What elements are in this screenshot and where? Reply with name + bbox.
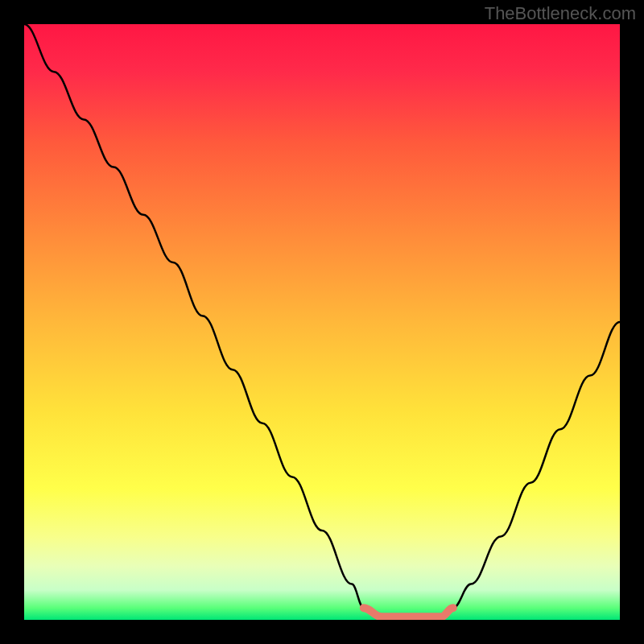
chart-plot-area — [24, 24, 620, 620]
optimal-zone-marker — [364, 608, 453, 617]
chart-curves — [24, 24, 620, 620]
watermark-text: TheBottleneck.com — [485, 3, 636, 24]
bottleneck-curve — [24, 24, 620, 617]
